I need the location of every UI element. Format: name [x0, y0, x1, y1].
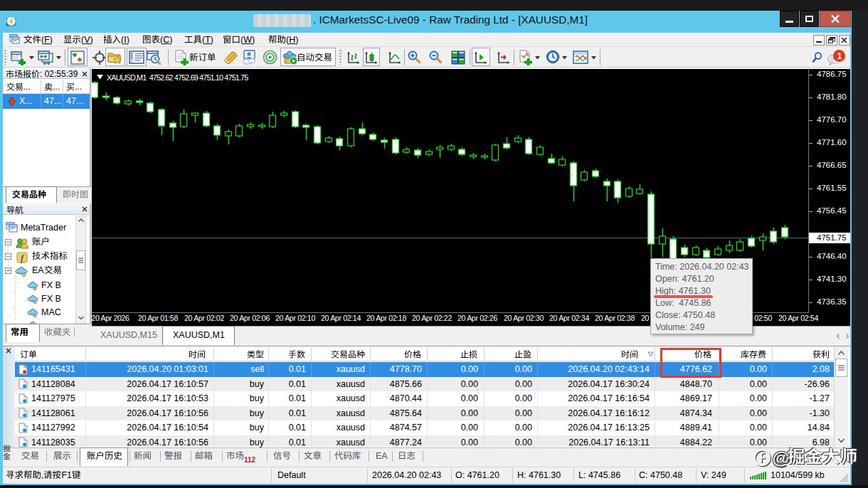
svg-text:4: 4: [9, 17, 13, 25]
